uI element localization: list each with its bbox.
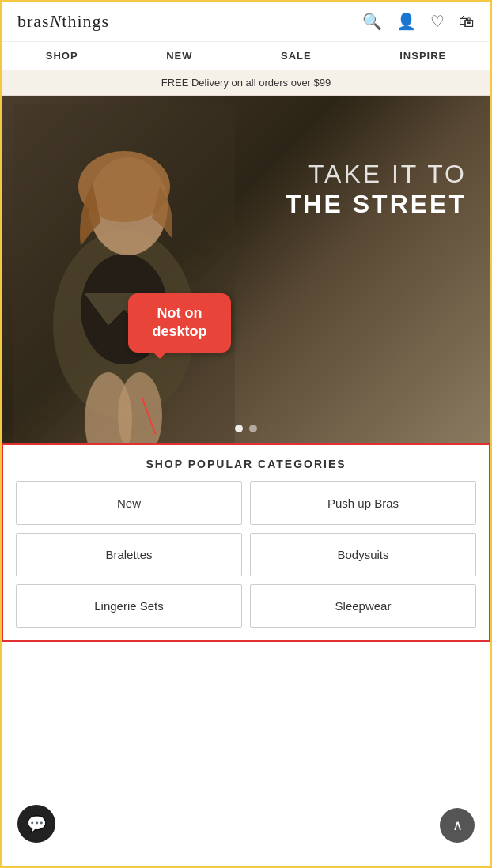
category-bralettes[interactable]: Bralettes xyxy=(16,533,242,576)
nav-new[interactable]: NEW xyxy=(166,50,192,62)
heart-icon[interactable]: ♡ xyxy=(430,12,445,31)
user-icon[interactable]: 👤 xyxy=(396,12,416,31)
tooltip-bubble: Not ondesktop xyxy=(128,293,231,353)
categories-section: SHOP POPULAR CATEGORIES New Push up Bras… xyxy=(2,443,490,642)
category-new[interactable]: New xyxy=(16,481,242,525)
header: brasNthings 🔍 👤 ♡ 🛍 xyxy=(2,2,490,42)
category-lingerie-sets[interactable]: Lingerie Sets xyxy=(16,584,242,628)
bag-icon[interactable]: 🛍 xyxy=(459,13,475,31)
logo[interactable]: brasNthings xyxy=(17,11,109,32)
dot-2[interactable] xyxy=(249,425,257,432)
hero-figure xyxy=(13,104,235,443)
chat-button[interactable]: 💬 xyxy=(17,805,55,843)
dot-1[interactable] xyxy=(235,425,243,432)
hero-text: TAKE IT TO THE STREET xyxy=(286,159,467,220)
chat-icon: 💬 xyxy=(27,814,47,833)
main-nav: SHOP NEW SALE INSPIRE xyxy=(2,42,490,70)
search-icon[interactable]: 🔍 xyxy=(362,12,382,31)
promo-text: FREE Delivery on all orders over $99 xyxy=(161,77,331,89)
nav-shop[interactable]: SHOP xyxy=(46,50,78,62)
nav-sale[interactable]: SALE xyxy=(281,50,312,62)
hero-line1: TAKE IT TO xyxy=(286,159,467,189)
promo-banner: FREE Delivery on all orders over $99 xyxy=(2,70,490,96)
scroll-top-button[interactable]: ∧ xyxy=(440,808,475,843)
categories-title: SHOP POPULAR CATEGORIES xyxy=(16,458,476,470)
logo-text-bras: bras xyxy=(17,11,50,31)
logo-text-things: things xyxy=(62,11,109,31)
hero-section: TAKE IT TO THE STREET Not ondesktop xyxy=(2,96,490,443)
chevron-up-icon: ∧ xyxy=(452,817,463,834)
hero-line2: THE STREET xyxy=(286,189,467,219)
categories-grid: New Push up Bras Bralettes Bodysuits Lin… xyxy=(16,481,476,628)
header-icons: 🔍 👤 ♡ 🛍 xyxy=(362,12,475,31)
category-sleepwear[interactable]: Sleepwear xyxy=(250,584,476,628)
category-bodysuits[interactable]: Bodysuits xyxy=(250,533,476,576)
nav-inspire[interactable]: INSPIRE xyxy=(399,50,446,62)
category-pushup-bras[interactable]: Push up Bras xyxy=(250,481,476,525)
hero-dots xyxy=(235,425,257,432)
logo-italic: N xyxy=(50,11,62,31)
